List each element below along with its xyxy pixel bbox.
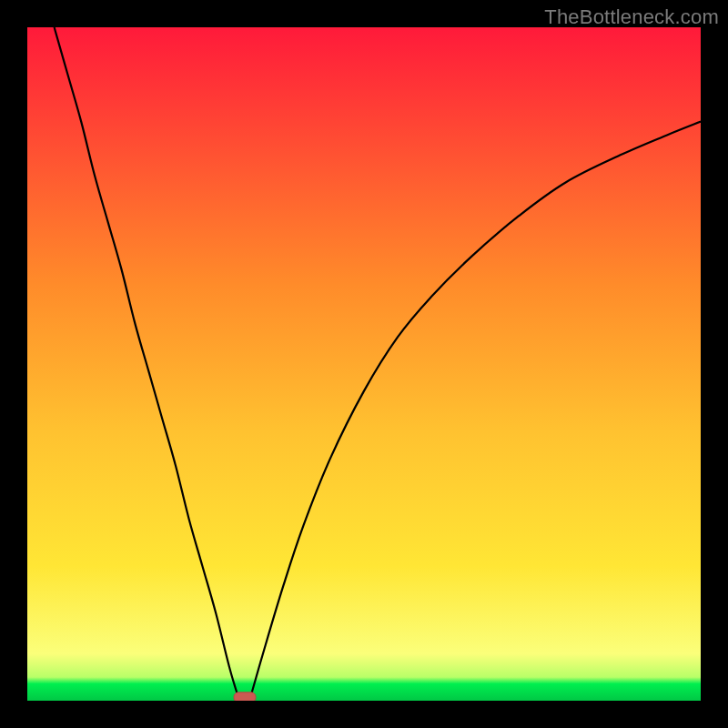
minimum-marker — [234, 693, 256, 701]
gradient-background — [27, 27, 701, 701]
watermark-text: TheBottleneck.com — [544, 5, 719, 29]
chart-svg — [27, 27, 701, 701]
chart-frame: TheBottleneck.com — [0, 0, 728, 728]
plot-area — [27, 27, 701, 701]
